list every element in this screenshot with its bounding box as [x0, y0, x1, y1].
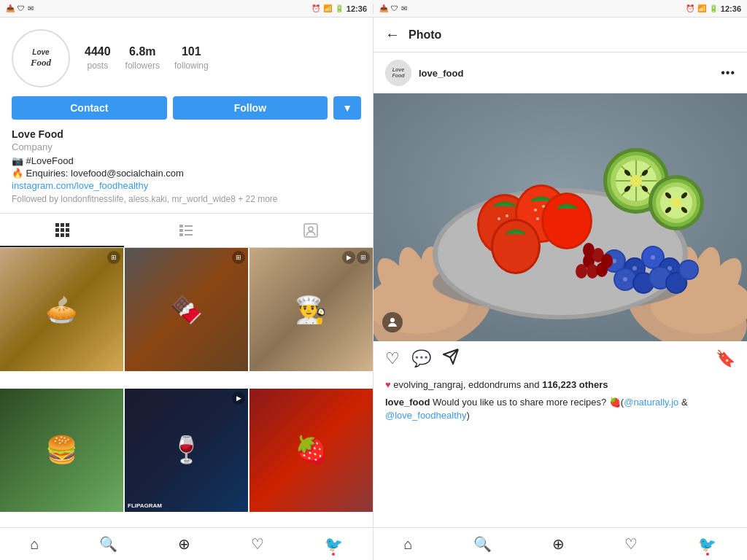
followers-count: 6.8m [125, 45, 160, 58]
status-icons-left: 📥 🛡 ✉ [6, 4, 34, 12]
comment-button[interactable]: 💬 [411, 349, 431, 368]
follow-button[interactable]: Follow [173, 96, 328, 120]
tab-tagged[interactable] [249, 214, 373, 247]
multiple-icon-2: ⊞ [232, 251, 245, 264]
back-button[interactable]: ← [385, 26, 400, 43]
heart-emoji: ♥ [385, 379, 391, 390]
share-button[interactable] [443, 349, 459, 369]
svg-point-49 [543, 195, 590, 247]
bottom-nav-left: ⌂ 🔍 ⊕ ♡ 🐦 [0, 527, 373, 560]
video-icon-3: ▶ [342, 251, 355, 264]
grid-icon [55, 222, 69, 237]
home-icon-right: ⌂ [403, 536, 412, 553]
nav-add-left[interactable]: ⊕ [178, 535, 190, 553]
like-button[interactable]: ♡ [385, 349, 400, 368]
avatar-logo: Love Food [28, 45, 54, 71]
fruit-bowl-image [374, 93, 747, 341]
svg-rect-8 [66, 233, 69, 237]
nav-profile-right[interactable]: 🐦 [698, 535, 716, 553]
svg-rect-12 [185, 230, 193, 231]
nav-search-left[interactable]: 🔍 [99, 535, 117, 553]
status-bar: 📥 🛡 ✉ ⏰ 📶 🔋 12:36 📥 🛡 ✉ ⏰ 📶 🔋 12:36 [0, 0, 747, 18]
photo-header: ← Photo [374, 18, 747, 52]
grid-item-3[interactable]: ▶ ⊞ [249, 248, 373, 371]
grid-item-2[interactable]: ⊞ [125, 248, 248, 371]
nav-home-right[interactable]: ⌂ [403, 536, 412, 553]
tab-grid[interactable] [0, 214, 124, 247]
status-bar-left: 📥 🛡 ✉ ⏰ 📶 🔋 12:36 [0, 4, 374, 13]
bird-icon-left: 🐦 [325, 535, 343, 553]
back-arrow-icon: ← [385, 26, 400, 43]
grid-item-1[interactable]: ⊞ [0, 248, 123, 371]
post-avatar[interactable]: LoveFood [385, 60, 411, 86]
stat-followers: 6.8m followers [125, 45, 160, 71]
home-icon-left: ⌂ [30, 536, 39, 553]
bio-line1: 📷 #LoveFood [12, 155, 361, 166]
time-left: 12:36 [347, 4, 367, 13]
post-username[interactable]: love_food [419, 68, 713, 79]
mail-icon-left: ✉ [28, 4, 34, 12]
search-icon-right: 🔍 [473, 535, 492, 553]
nav-heart-left[interactable]: ♡ [251, 535, 264, 553]
add-icon-right: ⊕ [552, 535, 565, 553]
download-icon-left: 📥 [6, 4, 15, 12]
svg-rect-1 [61, 223, 64, 227]
photo-person-icon[interactable] [382, 312, 403, 332]
heart-icon-right: ♡ [624, 535, 638, 553]
svg-point-80 [651, 255, 655, 260]
bookmark-button[interactable]: 🔖 [716, 349, 735, 368]
main-content: Love Food 4440 posts 6.8m followers 101 … [0, 18, 747, 560]
action-buttons: Contact Follow ▼ [0, 96, 373, 128]
alarm-icon-right: ⏰ [686, 4, 694, 12]
grid-item-6[interactable] [249, 389, 373, 512]
following-count: 101 [174, 45, 209, 58]
nav-add-right[interactable]: ⊕ [552, 535, 565, 553]
status-right-icons-right: ⏰ 📶 🔋 12:36 [686, 4, 741, 13]
send-icon [443, 349, 459, 365]
post-caption: love_food Would you like us to share mor… [374, 393, 747, 428]
svg-point-16 [309, 227, 313, 231]
svg-rect-13 [179, 233, 183, 236]
caption-link-1[interactable]: @naturally.jo [624, 397, 678, 408]
svg-rect-2 [66, 223, 69, 227]
right-panel: ← Photo LoveFood love_food ••• [374, 18, 747, 560]
caption-amp: & [678, 397, 687, 408]
followers-label: followers [125, 61, 160, 71]
grid-item-5[interactable]: ▶ FLIPAGRAM [125, 389, 248, 512]
svg-point-94 [680, 261, 697, 279]
main-photo [374, 93, 747, 341]
nav-heart-right[interactable]: ♡ [624, 535, 638, 553]
svg-point-99 [596, 262, 608, 277]
grid-item-4[interactable] [0, 389, 123, 512]
battery-icon-left: 🔋 [335, 4, 344, 12]
shield-icon-left: 🛡 [18, 4, 25, 12]
grid-overlay-5: ▶ [232, 392, 245, 405]
nav-home-left[interactable]: ⌂ [30, 536, 39, 553]
caption-close: ) [467, 410, 470, 421]
caption-username[interactable]: love_food [385, 397, 430, 408]
contact-button[interactable]: Contact [12, 96, 167, 120]
profile-tabs [0, 213, 373, 248]
grid-overlay-1: ⊞ [107, 251, 120, 264]
video-icon-5: ▶ [232, 392, 245, 405]
bio-line2: 🔥 Enquiries: lovefood@socialchain.com [12, 168, 361, 179]
dropdown-button[interactable]: ▼ [333, 96, 361, 120]
bio-link[interactable]: instagram.com/love_foodhealthy [12, 180, 361, 191]
stat-following: 101 following [174, 45, 209, 71]
avatar: Love Food [12, 29, 70, 88]
nav-profile-left[interactable]: 🐦 [325, 535, 343, 553]
caption-link-2[interactable]: @love_foodhealthy [385, 410, 467, 421]
grid-overlay-2: ⊞ [232, 251, 245, 264]
post-likes: ♥ evolving_rangraj, eddondrums and 116,2… [374, 376, 747, 393]
shield-icon-right: 🛡 [391, 4, 398, 12]
photo-grid: ⊞ ⊞ ▶ ⊞ ▶ FLIPAGRAM [0, 248, 373, 527]
person-icon [387, 316, 398, 328]
svg-point-44 [536, 217, 539, 220]
bird-icon-right: 🐦 [698, 535, 716, 553]
heart-icon-left: ♡ [251, 535, 264, 553]
tab-list[interactable] [124, 214, 248, 247]
more-options-button[interactable]: ••• [721, 66, 735, 79]
svg-rect-11 [179, 229, 183, 232]
nav-search-right[interactable]: 🔍 [473, 535, 492, 553]
time-right: 12:36 [721, 4, 741, 13]
